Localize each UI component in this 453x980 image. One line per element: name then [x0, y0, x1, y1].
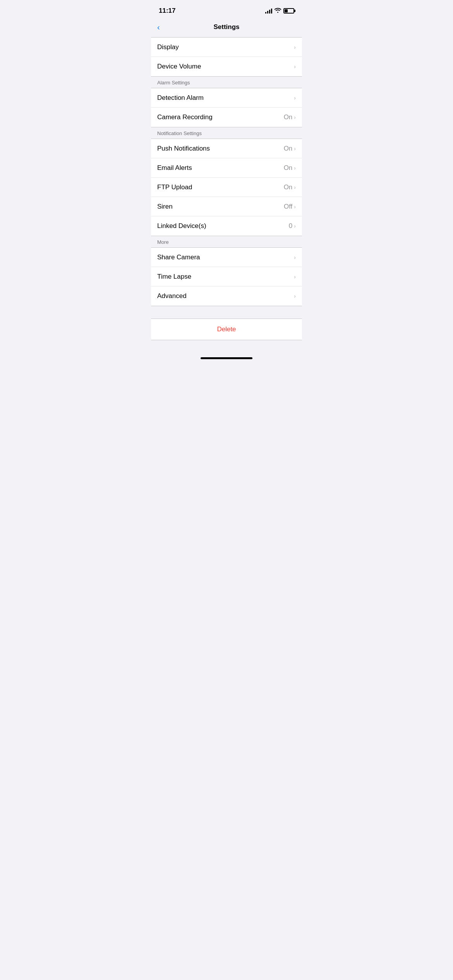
chevron-right-icon: ›: [294, 95, 296, 101]
row-label-linked-devices: Linked Device(s): [157, 222, 206, 230]
spacer: [151, 306, 302, 319]
chevron-right-icon: ›: [294, 274, 296, 280]
row-right-detection-alarm: ›: [294, 95, 296, 101]
settings-row-time-lapse[interactable]: Time Lapse›: [151, 267, 302, 286]
settings-row-display[interactable]: Display›: [151, 38, 302, 57]
settings-row-detection-alarm[interactable]: Detection Alarm›: [151, 88, 302, 108]
row-right-linked-devices: 0›: [289, 222, 296, 230]
back-chevron-icon: ‹: [157, 23, 160, 31]
nav-header: ‹ Settings: [151, 19, 302, 37]
row-value-camera-recording: On: [284, 113, 293, 121]
settings-row-device-volume[interactable]: Device Volume›: [151, 57, 302, 76]
chevron-right-icon: ›: [294, 44, 296, 50]
delete-button[interactable]: Delete: [217, 326, 236, 333]
row-label-display: Display: [157, 43, 179, 51]
status-time: 11:17: [159, 7, 175, 15]
wifi-icon: [275, 8, 281, 14]
delete-section: Delete: [151, 319, 302, 340]
section-display-section: Display›Device Volume›: [151, 37, 302, 77]
chevron-right-icon: ›: [294, 63, 296, 70]
row-right-advanced: ›: [294, 293, 296, 299]
status-bar: 11:17: [151, 0, 302, 19]
chevron-right-icon: ›: [294, 293, 296, 299]
settings-row-siren[interactable]: SirenOff›: [151, 197, 302, 216]
section-header-notification-section: Notification Settings: [151, 127, 302, 139]
settings-group-display-section: Display›Device Volume›: [151, 37, 302, 77]
row-right-email-alerts: On›: [284, 164, 296, 172]
settings-row-share-camera[interactable]: Share Camera›: [151, 248, 302, 267]
row-value-ftp-upload: On: [284, 183, 293, 191]
settings-row-advanced[interactable]: Advanced›: [151, 286, 302, 306]
settings-group-alarm-section: Detection Alarm›Camera RecordingOn›: [151, 88, 302, 127]
settings-group-more-section: Share Camera›Time Lapse›Advanced›: [151, 247, 302, 306]
home-bar: [201, 357, 252, 359]
bottom-spacer: [151, 340, 302, 353]
chevron-right-icon: ›: [294, 114, 296, 120]
section-alarm-section: Alarm SettingsDetection Alarm›Camera Rec…: [151, 77, 302, 127]
page-title: Settings: [213, 23, 239, 31]
row-label-push-notifications: Push Notifications: [157, 145, 210, 152]
settings-group-notification-section: Push NotificationsOn›Email AlertsOn›FTP …: [151, 139, 302, 236]
settings-row-email-alerts[interactable]: Email AlertsOn›: [151, 158, 302, 178]
settings-row-linked-devices[interactable]: Linked Device(s)0›: [151, 216, 302, 236]
row-right-push-notifications: On›: [284, 145, 296, 152]
settings-row-push-notifications[interactable]: Push NotificationsOn›: [151, 139, 302, 158]
home-indicator: [151, 353, 302, 362]
row-label-time-lapse: Time Lapse: [157, 273, 191, 281]
row-label-camera-recording: Camera Recording: [157, 113, 213, 121]
chevron-right-icon: ›: [294, 223, 296, 229]
back-button[interactable]: ‹: [157, 23, 160, 31]
row-label-email-alerts: Email Alerts: [157, 164, 192, 172]
settings-row-camera-recording[interactable]: Camera RecordingOn›: [151, 108, 302, 127]
row-value-email-alerts: On: [284, 164, 293, 172]
battery-icon: [283, 8, 294, 14]
settings-container: Display›Device Volume›Alarm SettingsDete…: [151, 37, 302, 306]
row-value-linked-devices: 0: [289, 222, 292, 230]
chevron-right-icon: ›: [294, 254, 296, 260]
row-right-camera-recording: On›: [284, 113, 296, 121]
row-right-share-camera: ›: [294, 254, 296, 260]
section-header-more-section: More: [151, 236, 302, 247]
row-label-detection-alarm: Detection Alarm: [157, 94, 204, 102]
row-value-siren: Off: [284, 203, 292, 211]
row-right-time-lapse: ›: [294, 274, 296, 280]
row-label-siren: Siren: [157, 203, 173, 211]
row-right-device-volume: ›: [294, 63, 296, 70]
chevron-right-icon: ›: [294, 165, 296, 171]
row-value-push-notifications: On: [284, 145, 293, 152]
row-label-share-camera: Share Camera: [157, 254, 200, 261]
chevron-right-icon: ›: [294, 204, 296, 210]
row-right-display: ›: [294, 44, 296, 50]
row-label-advanced: Advanced: [157, 292, 187, 300]
signal-icon: [265, 8, 272, 14]
row-label-ftp-upload: FTP Upload: [157, 183, 192, 191]
row-label-device-volume: Device Volume: [157, 63, 201, 70]
chevron-right-icon: ›: [294, 184, 296, 190]
section-notification-section: Notification SettingsPush NotificationsO…: [151, 127, 302, 236]
chevron-right-icon: ›: [294, 146, 296, 152]
status-icons: [265, 8, 294, 14]
settings-row-ftp-upload[interactable]: FTP UploadOn›: [151, 178, 302, 197]
row-right-siren: Off›: [284, 203, 296, 211]
section-more-section: MoreShare Camera›Time Lapse›Advanced›: [151, 236, 302, 306]
row-right-ftp-upload: On›: [284, 183, 296, 191]
section-header-alarm-section: Alarm Settings: [151, 77, 302, 88]
